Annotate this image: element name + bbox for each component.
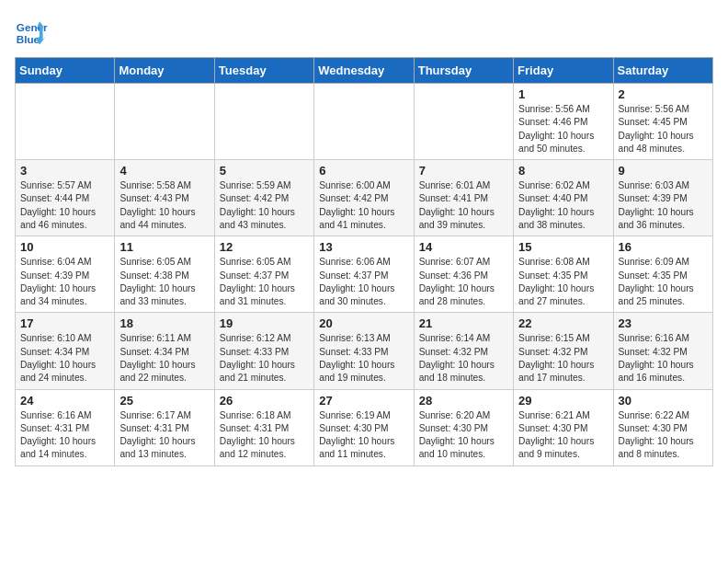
day-header-monday: Monday (115, 58, 214, 84)
calendar-cell: 15Sunrise: 6:08 AM Sunset: 4:35 PM Dayli… (514, 236, 613, 313)
calendar-cell: 9Sunrise: 6:03 AM Sunset: 4:39 PM Daylig… (613, 160, 712, 236)
day-info: Sunrise: 5:57 AM Sunset: 4:44 PM Dayligh… (20, 179, 109, 232)
day-info: Sunrise: 6:04 AM Sunset: 4:39 PM Dayligh… (20, 256, 109, 308)
calendar-cell: 19Sunrise: 6:12 AM Sunset: 4:33 PM Dayli… (214, 313, 313, 389)
day-number: 25 (119, 394, 209, 408)
calendar-cell: 27Sunrise: 6:19 AM Sunset: 4:30 PM Dayli… (314, 389, 414, 465)
day-number: 14 (419, 240, 508, 254)
day-number: 29 (518, 394, 608, 408)
calendar-cell: 18Sunrise: 6:11 AM Sunset: 4:34 PM Dayli… (115, 313, 214, 389)
calendar-cell (16, 84, 115, 160)
calendar-table: SundayMondayTuesdayWednesdayThursdayFrid… (15, 57, 713, 466)
calendar-cell: 1Sunrise: 5:56 AM Sunset: 4:46 PM Daylig… (514, 84, 613, 160)
calendar-cell: 8Sunrise: 6:02 AM Sunset: 4:40 PM Daylig… (514, 160, 613, 236)
calendar-cell: 30Sunrise: 6:22 AM Sunset: 4:30 PM Dayli… (613, 389, 712, 465)
logo: General Blue (15, 15, 51, 48)
svg-text:Blue: Blue (17, 33, 40, 45)
calendar-cell: 11Sunrise: 6:05 AM Sunset: 4:38 PM Dayli… (115, 236, 214, 313)
day-info: Sunrise: 6:02 AM Sunset: 4:40 PM Dayligh… (518, 179, 608, 232)
day-number: 23 (619, 316, 708, 330)
calendar-week-1: 1Sunrise: 5:56 AM Sunset: 4:46 PM Daylig… (16, 84, 713, 160)
day-number: 2 (619, 87, 708, 101)
day-number: 4 (119, 164, 209, 178)
calendar-cell: 17Sunrise: 6:10 AM Sunset: 4:34 PM Dayli… (16, 313, 115, 389)
calendar-cell (115, 84, 214, 160)
day-number: 22 (518, 316, 608, 330)
day-info: Sunrise: 6:08 AM Sunset: 4:35 PM Dayligh… (518, 256, 608, 308)
day-info: Sunrise: 6:16 AM Sunset: 4:31 PM Dayligh… (20, 409, 109, 462)
day-info: Sunrise: 6:05 AM Sunset: 4:37 PM Dayligh… (220, 256, 309, 308)
day-header-thursday: Thursday (414, 58, 513, 84)
day-number: 17 (20, 316, 109, 330)
calendar-week-2: 3Sunrise: 5:57 AM Sunset: 4:44 PM Daylig… (16, 160, 713, 236)
calendar-header: SundayMondayTuesdayWednesdayThursdayFrid… (16, 58, 713, 84)
day-number: 9 (619, 164, 708, 178)
day-header-saturday: Saturday (613, 58, 712, 84)
calendar-cell: 24Sunrise: 6:16 AM Sunset: 4:31 PM Dayli… (16, 389, 115, 465)
day-header-friday: Friday (514, 58, 613, 84)
calendar-cell: 22Sunrise: 6:15 AM Sunset: 4:32 PM Dayli… (514, 313, 613, 389)
calendar-cell (314, 84, 414, 160)
calendar-cell: 20Sunrise: 6:13 AM Sunset: 4:33 PM Dayli… (314, 313, 414, 389)
day-info: Sunrise: 6:12 AM Sunset: 4:33 PM Dayligh… (220, 332, 309, 385)
day-number: 12 (220, 240, 309, 254)
day-header-wednesday: Wednesday (314, 58, 414, 84)
day-number: 6 (319, 164, 408, 178)
day-info: Sunrise: 5:59 AM Sunset: 4:42 PM Dayligh… (220, 179, 309, 232)
day-number: 8 (518, 164, 608, 178)
calendar-cell: 6Sunrise: 6:00 AM Sunset: 4:42 PM Daylig… (314, 160, 414, 236)
calendar-week-4: 17Sunrise: 6:10 AM Sunset: 4:34 PM Dayli… (16, 313, 713, 389)
calendar-cell: 4Sunrise: 5:58 AM Sunset: 4:43 PM Daylig… (115, 160, 214, 236)
day-number: 19 (220, 316, 309, 330)
calendar-cell: 14Sunrise: 6:07 AM Sunset: 4:36 PM Dayli… (414, 236, 513, 313)
day-info: Sunrise: 6:06 AM Sunset: 4:37 PM Dayligh… (319, 256, 408, 308)
day-info: Sunrise: 6:17 AM Sunset: 4:31 PM Dayligh… (119, 409, 209, 462)
day-number: 26 (220, 394, 309, 408)
day-info: Sunrise: 6:15 AM Sunset: 4:32 PM Dayligh… (518, 332, 608, 385)
day-info: Sunrise: 6:00 AM Sunset: 4:42 PM Dayligh… (319, 179, 408, 232)
calendar-cell (214, 84, 313, 160)
day-number: 18 (119, 316, 209, 330)
calendar-body: 1Sunrise: 5:56 AM Sunset: 4:46 PM Daylig… (16, 84, 713, 466)
day-number: 28 (419, 394, 508, 408)
calendar-cell: 5Sunrise: 5:59 AM Sunset: 4:42 PM Daylig… (214, 160, 313, 236)
day-info: Sunrise: 6:05 AM Sunset: 4:38 PM Dayligh… (119, 256, 209, 308)
day-info: Sunrise: 6:20 AM Sunset: 4:30 PM Dayligh… (419, 409, 508, 462)
day-header-sunday: Sunday (16, 58, 115, 84)
calendar-cell: 26Sunrise: 6:18 AM Sunset: 4:31 PM Dayli… (214, 389, 313, 465)
calendar-cell: 16Sunrise: 6:09 AM Sunset: 4:35 PM Dayli… (613, 236, 712, 313)
day-number: 27 (319, 394, 408, 408)
day-number: 21 (419, 316, 508, 330)
day-info: Sunrise: 5:56 AM Sunset: 4:46 PM Dayligh… (518, 103, 608, 155)
calendar-cell: 23Sunrise: 6:16 AM Sunset: 4:32 PM Dayli… (613, 313, 712, 389)
day-number: 11 (119, 240, 209, 254)
day-info: Sunrise: 5:58 AM Sunset: 4:43 PM Dayligh… (119, 179, 209, 232)
day-number: 24 (20, 394, 109, 408)
day-number: 3 (20, 164, 109, 178)
day-info: Sunrise: 6:13 AM Sunset: 4:33 PM Dayligh… (319, 332, 408, 385)
day-info: Sunrise: 6:03 AM Sunset: 4:39 PM Dayligh… (619, 179, 708, 232)
calendar-cell: 2Sunrise: 5:56 AM Sunset: 4:45 PM Daylig… (613, 84, 712, 160)
calendar-cell: 10Sunrise: 6:04 AM Sunset: 4:39 PM Dayli… (16, 236, 115, 313)
logo-icon: General Blue (15, 15, 48, 48)
day-header-tuesday: Tuesday (214, 58, 313, 84)
calendar-cell: 29Sunrise: 6:21 AM Sunset: 4:30 PM Dayli… (514, 389, 613, 465)
day-info: Sunrise: 6:09 AM Sunset: 4:35 PM Dayligh… (619, 256, 708, 308)
calendar-cell: 7Sunrise: 6:01 AM Sunset: 4:41 PM Daylig… (414, 160, 513, 236)
calendar-cell: 21Sunrise: 6:14 AM Sunset: 4:32 PM Dayli… (414, 313, 513, 389)
day-number: 13 (319, 240, 408, 254)
day-number: 20 (319, 316, 408, 330)
day-number: 10 (20, 240, 109, 254)
day-number: 1 (518, 87, 608, 101)
day-number: 15 (518, 240, 608, 254)
day-info: Sunrise: 5:56 AM Sunset: 4:45 PM Dayligh… (619, 103, 708, 155)
page-header: General Blue (15, 15, 713, 48)
calendar-cell (414, 84, 513, 160)
calendar-cell: 28Sunrise: 6:20 AM Sunset: 4:30 PM Dayli… (414, 389, 513, 465)
day-number: 5 (220, 164, 309, 178)
day-info: Sunrise: 6:22 AM Sunset: 4:30 PM Dayligh… (619, 409, 708, 462)
day-info: Sunrise: 6:18 AM Sunset: 4:31 PM Dayligh… (220, 409, 309, 462)
day-number: 7 (419, 164, 508, 178)
calendar-week-5: 24Sunrise: 6:16 AM Sunset: 4:31 PM Dayli… (16, 389, 713, 465)
day-info: Sunrise: 6:07 AM Sunset: 4:36 PM Dayligh… (419, 256, 508, 308)
